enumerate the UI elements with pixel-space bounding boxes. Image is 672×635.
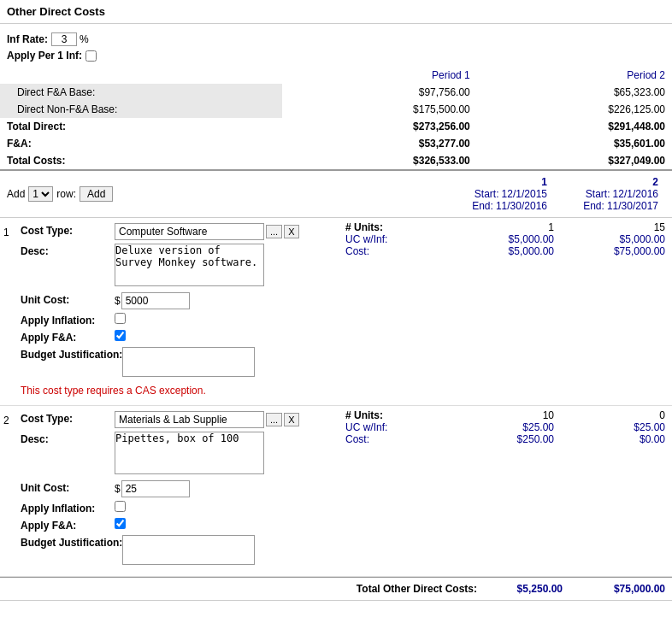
- total-p2: $75,000.00: [597, 583, 665, 595]
- item-left-0: Cost Type: ... X Desc: Deluxe version of…: [17, 218, 339, 405]
- desc-textarea-1[interactable]: Pipettes, box of 100: [115, 432, 264, 474]
- cas-warning-0: This cost type requires a CAS exception.: [21, 383, 335, 400]
- unit-cost-label-1: Unit Cost:: [21, 480, 115, 494]
- summary-row-p1-1: $175,500.00: [282, 101, 477, 118]
- inf-rate-label: Inf Rate:: [7, 33, 48, 45]
- summary-row-p2-3: $35,601.00: [477, 135, 672, 152]
- browse-btn-0[interactable]: ...: [266, 225, 282, 238]
- inf-rate-input[interactable]: [51, 32, 77, 46]
- p2-uc-1: $25.00: [568, 421, 665, 433]
- page-title: Other Direct Costs: [0, 0, 672, 24]
- apply-fa-checkbox-0[interactable]: [115, 330, 126, 341]
- period1-header: Period 1: [282, 67, 477, 84]
- units-label-1-0: # Units:: [345, 409, 443, 421]
- period2-header: Period 2: [477, 67, 672, 84]
- budget-just-textarea-1[interactable]: [122, 535, 255, 565]
- apply-fa-label-1: Apply F&A:: [21, 518, 115, 532]
- budget-just-textarea-0[interactable]: [122, 347, 255, 377]
- total-footer-label: Total Other Direct Costs:: [357, 583, 477, 595]
- summary-row-p2-4: $327,049.00: [477, 152, 672, 169]
- budget-just-label-0: Budget Justification:: [21, 347, 122, 361]
- apply-inflation-checkbox-0[interactable]: [115, 313, 126, 324]
- period1-units-0: # Units: UC w/Inf: Cost:: [339, 218, 450, 405]
- cost-type-label-0: Cost Type:: [21, 223, 115, 237]
- apply-per-inf-row: Apply Per 1 Inf:: [0, 48, 672, 63]
- desc-textarea-0[interactable]: Deluxe version of Survey Monkey software…: [115, 244, 264, 286]
- cost-label-0-0: Cost:: [345, 245, 443, 257]
- apply-inflation-label-0: Apply Inflation:: [21, 313, 115, 326]
- p2-cost-0: $75,000.00: [568, 245, 665, 257]
- apply-fa-checkbox-1[interactable]: [115, 518, 126, 529]
- period1-vals-0: 1 $5,000.00 $5,000.00: [450, 218, 561, 405]
- add-row-select[interactable]: 12345: [28, 186, 53, 202]
- unit-cost-input-1[interactable]: [121, 480, 190, 497]
- summary-row-p2-1: $226,125.00: [477, 101, 672, 118]
- period1-col-header: 1 Start: 12/1/2015 End: 11/30/2016: [443, 176, 554, 212]
- p1-uc-1: $25.00: [457, 421, 554, 433]
- p2-units-1: 0: [568, 409, 665, 421]
- summary-row-p1-4: $326,533.00: [282, 152, 477, 169]
- dollar-sign-0: $: [115, 295, 121, 307]
- summary-row-label-3: F&A:: [0, 135, 282, 152]
- p2-cost-1: $0.00: [568, 433, 665, 445]
- p1-units-1: 10: [457, 409, 554, 421]
- item-right-0: # Units: UC w/Inf: Cost: 1 $5,000.00 $5,…: [339, 218, 672, 405]
- desc-label-1: Desc:: [21, 432, 115, 445]
- summary-row-p1-2: $273,256.00: [282, 118, 477, 135]
- period2-vals-0: 15 $5,000.00 $75,000.00: [561, 218, 672, 405]
- summary-row-p2-0: $65,323.00: [477, 84, 672, 101]
- summary-row-label-1: Direct Non-F&A Base:: [0, 101, 282, 118]
- cost-type-input-0[interactable]: [115, 223, 264, 240]
- apply-per-inf-label: Apply Per 1 Inf:: [7, 50, 82, 62]
- item-left-1: Cost Type: ... X Desc: Pipettes, box of …: [17, 406, 339, 576]
- detail-section: Add 12345 row: Add 1 Start: 12/1/2015 En…: [0, 171, 672, 601]
- summary-row-p2-2: $291,448.00: [477, 118, 672, 135]
- remove-btn-1[interactable]: X: [284, 413, 298, 426]
- add-row-button[interactable]: Add: [80, 186, 113, 202]
- summary-row-label-2: Total Direct:: [0, 118, 282, 135]
- p2-units-0: 15: [568, 221, 665, 233]
- unit-cost-input-0[interactable]: [121, 292, 190, 309]
- period1-units-1: # Units: UC w/Inf: Cost:: [339, 406, 450, 576]
- browse-btn-1[interactable]: ...: [266, 413, 282, 426]
- inf-rate-row: Inf Rate: %: [0, 31, 672, 48]
- summary-row-p1-3: $53,277.00: [282, 135, 477, 152]
- total-p1: $5,250.00: [494, 583, 563, 595]
- p1-uc-0: $5,000.00: [457, 233, 554, 245]
- apply-inflation-checkbox-1[interactable]: [115, 501, 126, 512]
- add-label: Add: [7, 188, 25, 200]
- total-footer: Total Other Direct Costs: $5,250.00 $75,…: [0, 577, 672, 600]
- item-num-0: 1: [0, 218, 17, 405]
- add-row-bar: Add 12345 row: Add 1 Start: 12/1/2015 En…: [0, 171, 672, 218]
- uc-label-1-0: UC w/Inf:: [345, 421, 443, 433]
- inf-rate-pct: %: [80, 33, 89, 45]
- apply-fa-label-0: Apply F&A:: [21, 330, 115, 344]
- remove-btn-0[interactable]: X: [284, 225, 298, 238]
- cost-type-label-1: Cost Type:: [21, 411, 115, 425]
- uc-label-0-0: UC w/Inf:: [345, 233, 443, 245]
- budget-just-label-1: Budget Justification:: [21, 535, 122, 549]
- cost-type-input-1[interactable]: [115, 411, 264, 428]
- p1-cost-0: $5,000.00: [457, 245, 554, 257]
- summary-row-label-4: Total Costs:: [0, 152, 282, 169]
- p1-cost-1: $250.00: [457, 433, 554, 445]
- total-footer-vals: $5,250.00 $75,000.00: [494, 583, 665, 595]
- summary-table: Period 1 Period 2 Direct F&A Base:$97,75…: [0, 67, 672, 169]
- summary-section: Inf Rate: % Apply Per 1 Inf: Period 1 Pe…: [0, 24, 672, 171]
- item-right-1: # Units: UC w/Inf: Cost: 10 $25.00 $250.…: [339, 406, 672, 576]
- p2-uc-0: $5,000.00: [568, 233, 665, 245]
- cost-label-1-0: Cost:: [345, 433, 443, 445]
- period2-col-header: 2 Start: 12/1/2016 End: 11/30/2017: [554, 176, 665, 212]
- p1-units-0: 1: [457, 221, 554, 233]
- row-label: row:: [56, 188, 76, 200]
- cost-item-1: 2 Cost Type: ... X Desc: Pipettes, box o…: [0, 406, 672, 577]
- desc-label-0: Desc:: [21, 244, 115, 257]
- apply-per-inf-checkbox[interactable]: [85, 50, 97, 62]
- summary-row-p1-0: $97,756.00: [282, 84, 477, 101]
- summary-row-label-0: Direct F&A Base:: [0, 84, 282, 101]
- item-num-1: 2: [0, 406, 17, 576]
- apply-inflation-label-1: Apply Inflation:: [21, 501, 115, 514]
- unit-cost-label-0: Unit Cost:: [21, 292, 115, 306]
- units-label-0-0: # Units:: [345, 221, 443, 233]
- cost-item-0: 1 Cost Type: ... X Desc: Deluxe version …: [0, 218, 672, 406]
